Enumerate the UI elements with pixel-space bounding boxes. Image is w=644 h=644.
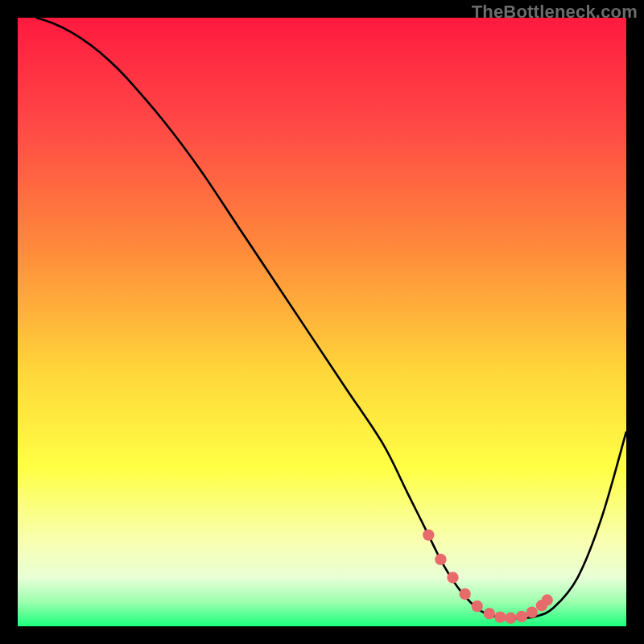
marker-dot [542,594,553,605]
marker-dot [526,606,538,617]
curve-overlay [18,18,626,626]
marker-dot [447,572,458,583]
marker-dot [484,608,495,619]
marker-dot [505,613,516,624]
marker-dot [472,601,483,612]
plot-area [18,18,626,626]
marker-dot [459,588,470,600]
bottleneck-curve [36,18,626,618]
chart-frame: TheBottleneck.com [0,0,644,644]
marker-dot [494,611,506,622]
optimal-range-dots [423,529,553,624]
marker-dot [435,554,446,565]
marker-dot [516,611,527,622]
marker-dot [423,529,434,540]
